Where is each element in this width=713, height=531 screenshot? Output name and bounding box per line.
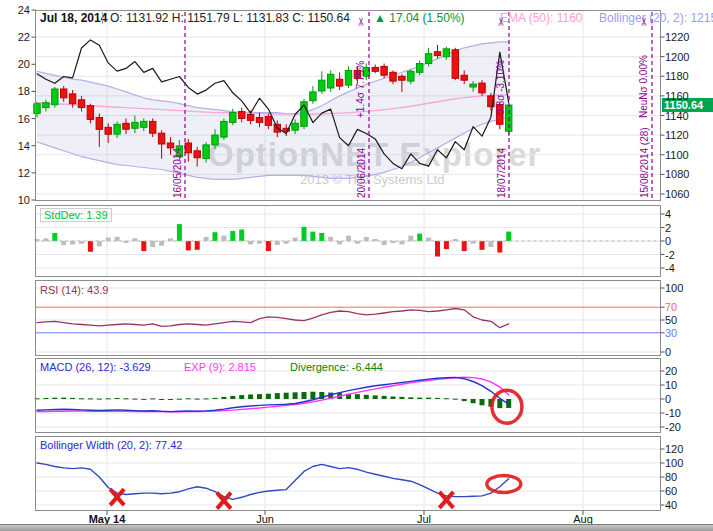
macd-histogram-bar bbox=[355, 394, 360, 399]
macd-histogram-bar bbox=[391, 397, 396, 400]
stddev-axis-tick-label: 4 bbox=[665, 208, 671, 220]
candle bbox=[194, 151, 200, 158]
candle bbox=[425, 54, 431, 64]
price-axis-tick-label: 1080 bbox=[665, 168, 689, 180]
left-axis-tick-label: 14 bbox=[6, 140, 30, 152]
stddev-axis-tick-label: 2 bbox=[665, 222, 671, 234]
macd-histogram-bar bbox=[480, 399, 485, 405]
stddev-bar bbox=[435, 241, 440, 257]
candle bbox=[123, 123, 129, 129]
macd-histogram-bar bbox=[248, 395, 253, 400]
left-axis-tick-label: 24 bbox=[6, 4, 30, 16]
candle bbox=[230, 113, 236, 123]
candle bbox=[105, 127, 111, 134]
macd-histogram-bar bbox=[399, 397, 404, 399]
macd-histogram-bar bbox=[132, 399, 137, 400]
macd-histogram-bar bbox=[150, 398, 155, 399]
rsi-title[interactable]: RSI (14): 43.9 bbox=[40, 284, 108, 296]
candle bbox=[479, 83, 485, 93]
macd-histogram-bar bbox=[221, 397, 226, 399]
macd-histogram-bar bbox=[408, 397, 413, 399]
bollinger-width-title[interactable]: Bollinger Width (20, 2): 77.42 bbox=[40, 439, 182, 451]
candle bbox=[61, 89, 67, 98]
expiry-sigma-label: +1.4σ 7.75% bbox=[355, 61, 366, 118]
candle bbox=[434, 52, 440, 56]
bollinger-legend[interactable]: Bollinger (20, 2): 1215 bbox=[599, 11, 713, 25]
stddev-bar bbox=[302, 227, 307, 241]
price-change: ▲ 17.04 (1.50%) bbox=[374, 11, 465, 25]
macd-histogram-bar bbox=[266, 394, 271, 399]
macd-signal-line bbox=[37, 377, 509, 411]
candle bbox=[399, 76, 405, 80]
candle bbox=[69, 94, 75, 104]
stddev-bar bbox=[195, 241, 200, 250]
expiry-date-label: 18/07/2014 bbox=[496, 148, 507, 198]
macd-axis-tick-label: 10 bbox=[665, 379, 677, 391]
price-axis-tick-label: 1200 bbox=[665, 51, 689, 63]
candle bbox=[265, 117, 271, 126]
macd-divergence-title[interactable]: Divergence: -6.444 bbox=[290, 361, 383, 373]
optionnet-explorer-chart-window: OptionNET Explorer 2013 © THJ Systems Lt… bbox=[0, 0, 713, 531]
candle bbox=[417, 64, 423, 73]
stddev-bar bbox=[52, 233, 57, 241]
macd-histogram-bar bbox=[79, 398, 84, 399]
stddev-bar bbox=[204, 237, 209, 241]
macd-histogram-bar bbox=[213, 398, 218, 399]
stddev-axis-tick-label: -2 bbox=[665, 249, 675, 261]
price-axis-tick-label: 1140 bbox=[665, 110, 689, 122]
stddev-bar bbox=[177, 224, 182, 241]
macd-histogram-bar bbox=[293, 392, 298, 399]
ohlc-values: O: 1131.92 H: 1151.79 L: 1131.83 C: 1150… bbox=[110, 11, 350, 25]
candle bbox=[52, 89, 58, 105]
stddev-bar bbox=[408, 236, 413, 241]
stddev-bar bbox=[480, 241, 485, 250]
macd-histogram-bar bbox=[426, 398, 431, 399]
macd-histogram-bar bbox=[230, 396, 235, 399]
macd-histogram-bar bbox=[88, 398, 93, 399]
macd-histogram-bar bbox=[159, 399, 164, 400]
stddev-bar bbox=[417, 234, 422, 241]
macd-histogram-bar bbox=[177, 399, 182, 400]
macd-histogram-bar bbox=[302, 392, 307, 399]
stddev-bar bbox=[115, 237, 120, 241]
stddev-axis-tick-label: 0 bbox=[665, 235, 671, 247]
scrollbar-thumb[interactable] bbox=[0, 525, 713, 531]
macd-histogram-bar bbox=[257, 394, 262, 399]
macd-exp-title[interactable]: EXP (9): 2.815 bbox=[184, 361, 256, 373]
stddev-bar bbox=[462, 241, 467, 251]
candle bbox=[185, 143, 191, 153]
candle bbox=[78, 100, 84, 108]
macd-histogram-bar bbox=[195, 399, 200, 400]
candle bbox=[390, 72, 396, 81]
left-axis-tick-label: 12 bbox=[6, 167, 30, 179]
price-axis-tick-label: 1220 bbox=[665, 31, 689, 43]
ema-legend[interactable]: EMA (50): 1160 bbox=[500, 11, 583, 25]
candle bbox=[96, 118, 102, 130]
expiry-sigma-label: -0.8σ -3.10% bbox=[495, 60, 506, 118]
stddev-bar bbox=[488, 241, 493, 247]
candle bbox=[247, 115, 253, 121]
expiry-date-label: 15/08/2014 (28) bbox=[639, 127, 650, 198]
stddev-bar bbox=[106, 238, 111, 241]
horizontal-scrollbar[interactable] bbox=[0, 524, 713, 531]
expiry-sigma-label: NeuNσ 0.00% bbox=[638, 55, 649, 118]
bw-axis-tick-label: 60 bbox=[665, 485, 677, 497]
candle bbox=[470, 84, 476, 87]
stddev-bar bbox=[239, 230, 244, 242]
candle bbox=[452, 50, 458, 79]
macd-title[interactable]: MACD (26, 12): -3.629 bbox=[40, 361, 151, 373]
macd-histogram-bar bbox=[497, 399, 502, 408]
rsi-axis-tick-label: 70 bbox=[665, 301, 677, 313]
candle bbox=[256, 118, 262, 123]
left-axis-tick-label: 10 bbox=[6, 194, 30, 206]
stddev-bar bbox=[70, 241, 75, 244]
candle bbox=[328, 74, 334, 88]
expiry-date-label: 16/05/2014 bbox=[172, 148, 183, 198]
candle bbox=[408, 71, 414, 81]
stddev-bar bbox=[61, 241, 66, 245]
stddev-bar bbox=[88, 241, 93, 252]
macd-histogram-bar bbox=[168, 399, 173, 400]
price-axis-tick-label: 1120 bbox=[665, 129, 689, 141]
bw-axis-tick-label: 80 bbox=[665, 471, 677, 483]
stddev-title[interactable]: StdDev: 1.39 bbox=[40, 208, 112, 222]
